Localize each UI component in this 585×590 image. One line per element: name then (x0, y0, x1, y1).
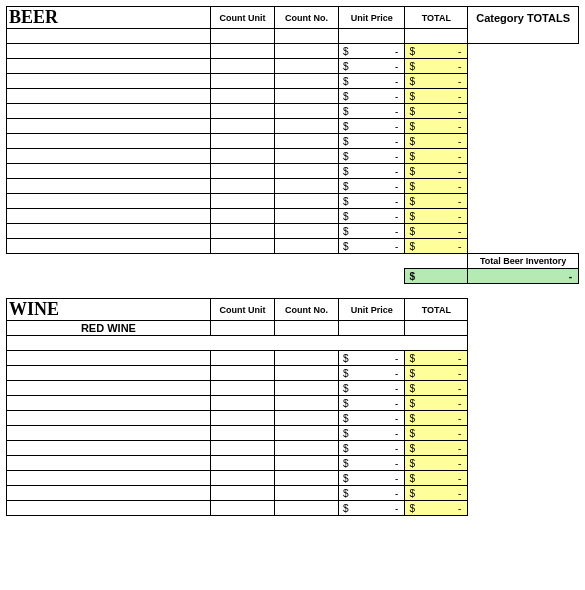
unit-price-cell[interactable]: $- (338, 366, 404, 381)
item-name-cell[interactable] (7, 366, 211, 381)
count-no-cell[interactable] (274, 486, 338, 501)
count-unit-cell[interactable] (210, 239, 274, 254)
unit-price-cell[interactable]: $- (338, 149, 404, 164)
count-unit-cell[interactable] (210, 411, 274, 426)
count-unit-cell[interactable] (210, 456, 274, 471)
item-name-cell[interactable] (7, 381, 211, 396)
count-unit-cell[interactable] (210, 194, 274, 209)
item-name-cell[interactable] (7, 486, 211, 501)
count-unit-cell[interactable] (210, 441, 274, 456)
unit-price-cell[interactable]: $- (338, 239, 404, 254)
count-no-cell[interactable] (274, 441, 338, 456)
unit-price-cell[interactable]: $- (338, 209, 404, 224)
unit-price-cell[interactable]: $- (338, 44, 404, 59)
item-name-cell[interactable] (7, 179, 211, 194)
item-name-cell[interactable] (7, 74, 211, 89)
count-no-cell[interactable] (274, 104, 338, 119)
count-no-cell[interactable] (274, 471, 338, 486)
unit-price-cell[interactable]: $- (338, 224, 404, 239)
count-no-cell[interactable] (274, 411, 338, 426)
count-unit-cell[interactable] (210, 366, 274, 381)
count-no-cell[interactable] (274, 366, 338, 381)
item-name-cell[interactable] (7, 59, 211, 74)
count-unit-cell[interactable] (210, 351, 274, 366)
count-no-cell[interactable] (274, 501, 338, 516)
unit-price-cell[interactable]: $- (338, 351, 404, 366)
unit-price-cell[interactable]: $- (338, 441, 404, 456)
count-no-cell[interactable] (274, 74, 338, 89)
count-no-cell[interactable] (274, 456, 338, 471)
item-name-cell[interactable] (7, 209, 211, 224)
count-no-cell[interactable] (274, 44, 338, 59)
count-unit-cell[interactable] (210, 119, 274, 134)
item-name-cell[interactable] (7, 426, 211, 441)
count-unit-cell[interactable] (210, 486, 274, 501)
count-no-cell[interactable] (274, 396, 338, 411)
count-no-cell[interactable] (274, 119, 338, 134)
unit-price-cell[interactable]: $- (338, 104, 404, 119)
item-name-cell[interactable] (7, 501, 211, 516)
unit-price-cell[interactable]: $- (338, 74, 404, 89)
item-name-cell[interactable] (7, 471, 211, 486)
count-unit-cell[interactable] (210, 59, 274, 74)
count-unit-cell[interactable] (210, 134, 274, 149)
count-no-cell[interactable] (274, 381, 338, 396)
count-unit-cell[interactable] (210, 209, 274, 224)
count-unit-cell[interactable] (210, 89, 274, 104)
count-unit-cell[interactable] (210, 426, 274, 441)
item-name-cell[interactable] (7, 89, 211, 104)
unit-price-cell[interactable]: $- (338, 179, 404, 194)
unit-price-cell[interactable]: $- (338, 119, 404, 134)
unit-price-cell[interactable]: $- (338, 471, 404, 486)
count-no-cell[interactable] (274, 209, 338, 224)
item-name-cell[interactable] (7, 104, 211, 119)
item-name-cell[interactable] (7, 119, 211, 134)
unit-price-cell[interactable]: $- (338, 411, 404, 426)
item-name-cell[interactable] (7, 164, 211, 179)
item-name-cell[interactable] (7, 134, 211, 149)
item-name-cell[interactable] (7, 194, 211, 209)
count-no-cell[interactable] (274, 134, 338, 149)
unit-price-cell[interactable]: $- (338, 396, 404, 411)
unit-price-cell[interactable]: $- (338, 486, 404, 501)
count-unit-cell[interactable] (210, 224, 274, 239)
unit-price-cell[interactable]: $- (338, 381, 404, 396)
count-no-cell[interactable] (274, 149, 338, 164)
count-unit-cell[interactable] (210, 104, 274, 119)
count-unit-cell[interactable] (210, 501, 274, 516)
count-no-cell[interactable] (274, 351, 338, 366)
count-no-cell[interactable] (274, 89, 338, 104)
count-no-cell[interactable] (274, 164, 338, 179)
count-no-cell[interactable] (274, 239, 338, 254)
count-unit-cell[interactable] (210, 396, 274, 411)
unit-price-cell[interactable]: $- (338, 501, 404, 516)
item-name-cell[interactable] (7, 44, 211, 59)
count-unit-cell[interactable] (210, 471, 274, 486)
count-unit-cell[interactable] (210, 381, 274, 396)
unit-price-cell[interactable]: $- (338, 456, 404, 471)
unit-price-cell[interactable]: $- (338, 426, 404, 441)
count-no-cell[interactable] (274, 426, 338, 441)
count-unit-cell[interactable] (210, 179, 274, 194)
item-name-cell[interactable] (7, 411, 211, 426)
count-unit-cell[interactable] (210, 164, 274, 179)
count-no-cell[interactable] (274, 179, 338, 194)
item-name-cell[interactable] (7, 239, 211, 254)
unit-price-cell[interactable]: $- (338, 164, 404, 179)
count-unit-cell[interactable] (210, 44, 274, 59)
item-name-cell[interactable] (7, 149, 211, 164)
item-name-cell[interactable] (7, 456, 211, 471)
item-name-cell[interactable] (7, 441, 211, 456)
item-name-cell[interactable] (7, 351, 211, 366)
count-no-cell[interactable] (274, 224, 338, 239)
count-no-cell[interactable] (274, 59, 338, 74)
unit-price-cell[interactable]: $- (338, 89, 404, 104)
count-no-cell[interactable] (274, 194, 338, 209)
unit-price-cell[interactable]: $- (338, 194, 404, 209)
count-unit-cell[interactable] (210, 74, 274, 89)
unit-price-cell[interactable]: $- (338, 59, 404, 74)
item-name-cell[interactable] (7, 224, 211, 239)
item-name-cell[interactable] (7, 396, 211, 411)
unit-price-cell[interactable]: $- (338, 134, 404, 149)
count-unit-cell[interactable] (210, 149, 274, 164)
